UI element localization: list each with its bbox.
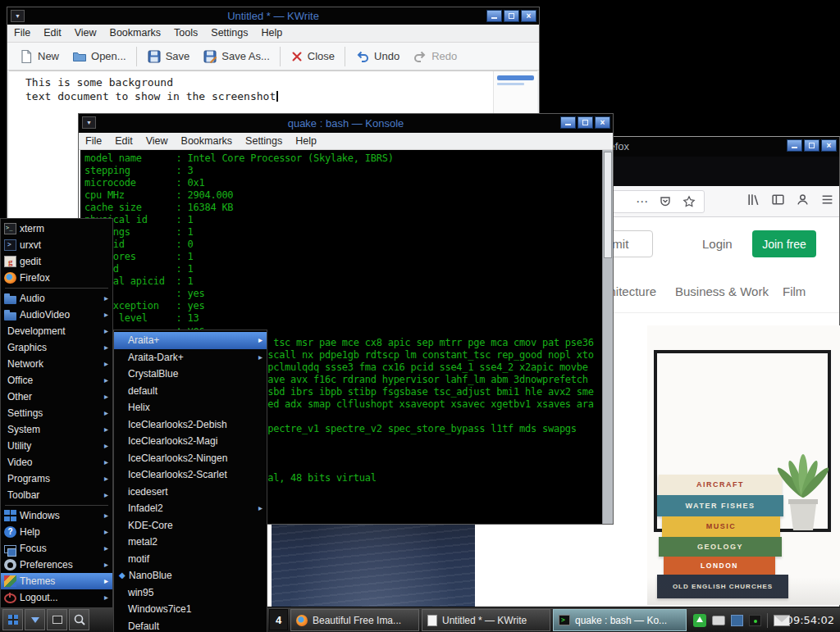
start-menu-button[interactable] [2,609,23,630]
submenu-item-iceclearlooks2-ningen[interactable]: IceClearlooks2-Ningen [114,450,267,467]
menu-item-focus[interactable]: Focus▸ [1,540,112,557]
menu-item-toolbar[interactable]: Toolbar▸ [1,487,112,503]
new-button[interactable]: New [12,45,66,68]
menu-view[interactable]: View [68,25,103,42]
account-icon[interactable] [796,193,810,207]
page-actions-icon[interactable]: ⋯ [636,198,648,206]
menu-item-windows[interactable]: Windows▸ [1,507,112,524]
submenu-item-infadel2[interactable]: Infadel2▸ [114,500,267,517]
menu-item-other[interactable]: Other▸ [1,389,112,405]
menu-item-preferences[interactable]: Preferences▸ [1,557,112,573]
menu-item-video[interactable]: Video▸ [1,454,112,471]
keyboard-tray-icon[interactable] [712,616,725,625]
menu-item-office[interactable]: Office▸ [1,372,112,389]
task-kwrite[interactable]: Untitled * — KWrite [422,609,550,631]
category-film[interactable]: Film [783,281,806,302]
menu-item-themes[interactable]: Themes▸ [1,573,112,589]
menu-file[interactable]: File [79,133,108,150]
menu-settings[interactable]: Settings [204,25,254,42]
submenu-item-metal2[interactable]: metal2 [114,534,267,551]
menu-item-programs[interactable]: Programs▸ [1,471,112,487]
menu-edit[interactable]: Edit [108,133,139,150]
menu-help[interactable]: Help [254,25,289,42]
submenu-item-kde-core[interactable]: KDE-Core [114,517,267,534]
menu-bookmarks[interactable]: Bookmarks [103,25,168,42]
menu-item-urxvt[interactable]: urxvt [1,237,112,253]
submenu-item-default[interactable]: Default [114,618,267,632]
monitor-tray-icon[interactable] [749,615,761,626]
sidebar-icon[interactable] [771,193,785,207]
menu-settings[interactable]: Settings [239,133,289,150]
undo-button[interactable]: Undo [349,45,406,68]
submenu-item-windows7ice1[interactable]: Windows7ice1 [114,601,267,618]
menu-file[interactable]: File [7,25,37,42]
scrollbar-thumb[interactable] [604,152,612,258]
close-button[interactable]: × [595,116,610,129]
photo-books[interactable]: AIRCRAFT WATER FISHES MUSIC GEOLOGY LOND… [647,325,840,605]
submenu-item-icedesert[interactable]: icedesert [114,484,267,501]
save-button[interactable]: Save [140,45,197,68]
menu-item-audiovideo[interactable]: AudioVideo▸ [1,307,112,323]
menu-tools[interactable]: Tools [167,25,204,42]
menu-item-logout[interactable]: Logout...▸ [1,589,112,606]
show-desktop-button[interactable] [47,609,67,630]
menu-item-system[interactable]: System▸ [1,421,112,438]
maximize-button[interactable] [578,116,593,129]
submenu-item-iceclearlooks2-magi[interactable]: IceClearlooks2-Magi [114,433,267,450]
scrollbar-thumb[interactable] [497,75,534,80]
maximize-button[interactable] [804,139,819,152]
bookmark-star-icon[interactable] [682,195,696,208]
open-button[interactable]: Open... [66,45,133,68]
redo-button[interactable]: Redo [406,45,463,68]
minimize-button[interactable] [486,10,502,22]
task-firefox[interactable]: Beautiful Free Ima... [290,609,419,631]
save-as-button[interactable]: Save As... [196,45,276,68]
menu-item-xterm[interactable]: xterm [1,221,112,237]
menu-bookmarks[interactable]: Bookmarks [175,133,240,150]
join-free-button[interactable]: Join free [752,230,816,257]
close-button[interactable]: × [821,139,837,152]
menu-view[interactable]: View [139,133,175,150]
hamburger-menu-icon[interactable] [820,193,834,207]
maximize-button[interactable] [504,10,519,22]
menu-item-utility[interactable]: Utility▸ [1,438,112,454]
menu-item-network[interactable]: Network▸ [1,356,112,372]
submenu-item-default-lc[interactable]: default [114,383,267,400]
konsole-titlebar[interactable]: ▼ quake : bash — Konsole × [79,114,613,133]
workspace-indicator[interactable]: 4 [269,609,288,630]
submenu-item-crystalblue[interactable]: CrystalBlue [114,366,267,383]
submenu-item-iceclearlooks2-scarlet[interactable]: IceClearlooks2-Scarlet [114,466,267,484]
menu-help[interactable]: Help [289,133,323,150]
login-link[interactable]: Login [702,230,733,257]
document-text[interactable]: This is some backgroundtext document to … [9,71,537,103]
menu-item-help[interactable]: Help▸ [1,524,112,540]
pocket-icon[interactable] [659,195,672,208]
submenu-item-nanoblue[interactable]: ◆NanoBlue [114,567,267,584]
terminal-scrollbar[interactable] [602,150,613,524]
submenu-item-araita[interactable]: Araita+▸ [114,332,267,349]
submenu-item-helix[interactable]: Helix [114,399,267,416]
kwrite-titlebar[interactable]: ▼ Untitled * — KWrite × [7,7,539,25]
submenu-item-motif[interactable]: motif [114,551,267,568]
menu-item-development[interactable]: Development▸ [1,323,112,339]
category-business-work[interactable]: Business & Work [675,281,769,302]
library-icon[interactable] [746,193,760,207]
submenu-item-araita-dark[interactable]: Araita-Dark+▸ [114,349,267,366]
menu-edit[interactable]: Edit [37,25,68,42]
submenu-item-win95[interactable]: win95 [114,584,267,602]
menu-item-audio[interactable]: Audio▸ [1,290,112,307]
minimize-button[interactable] [787,139,802,152]
menu-item-graphics[interactable]: Graphics▸ [1,339,112,356]
taskbar-clock[interactable]: 09:54:02 [787,607,834,632]
network-tray-icon[interactable] [731,615,743,626]
window-list-button[interactable] [25,609,45,630]
submenu-item-iceclearlooks2-debish[interactable]: IceClearlooks2-Debish [114,416,267,434]
menu-item-firefox[interactable]: Firefox [1,270,112,286]
close-button[interactable]: × [521,10,536,22]
task-konsole[interactable]: > quake : bash — Ko... [553,609,687,631]
menu-item-gedit[interactable]: gedit [1,253,112,270]
minimize-button[interactable] [560,116,576,129]
menu-item-settings[interactable]: Settings▸ [1,405,112,421]
find-button[interactable] [69,609,89,630]
updates-tray-icon[interactable] [693,614,706,627]
